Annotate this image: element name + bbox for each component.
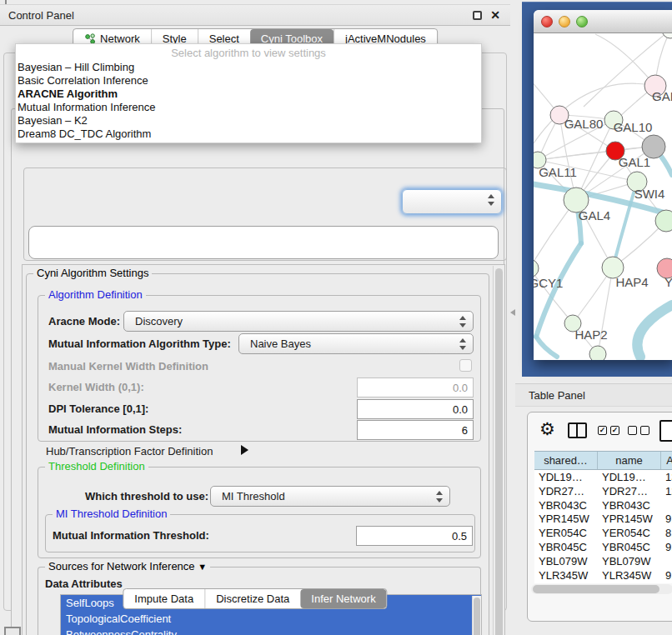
sources-legend: Sources for Network Inference ▼ <box>45 560 210 572</box>
table-cell: YBR045C <box>534 540 598 554</box>
table-row[interactable]: YPR145WYPR145W9. <box>534 512 672 526</box>
network-window-titlebar[interactable] <box>534 10 672 33</box>
tab-label: Discretize Data <box>216 592 289 605</box>
minimize-traffic-light-icon[interactable] <box>559 16 570 28</box>
settings-scrollpane: Cyni Algorithm Settings Algorithm Defini… <box>22 264 505 635</box>
attribute-item[interactable]: BetweennessCentrality <box>61 627 481 635</box>
column-header[interactable]: A <box>661 452 672 469</box>
algorithm-definition-legend: Algorithm Definition <box>45 288 146 301</box>
tab-infer-network[interactable]: Infer Network <box>300 589 386 608</box>
dropdown-item[interactable]: Basic Correlation Inference <box>16 74 481 88</box>
column-header[interactable]: shared… <box>534 452 598 469</box>
cyni-algorithm-settings-legend: Cyni Algorithm Settings <box>33 267 152 279</box>
hub-definition-label[interactable]: Hub/Transcription Factor Definition <box>46 445 213 458</box>
splitter-arrow-icon[interactable] <box>510 309 515 316</box>
network-node[interactable] <box>534 259 539 278</box>
table-cell: YBR043C <box>534 498 598 512</box>
table-row[interactable]: YBR045CYBR045C9. <box>534 540 672 554</box>
which-threshold-label: Which threshold to use: <box>85 490 208 502</box>
manual-kernel-checkbox[interactable] <box>459 359 472 372</box>
dropdown-item[interactable]: Dream8 DC_TDC Algorithm <box>16 128 481 141</box>
table-row[interactable]: YDL19…YDL19…13 <box>534 470 672 484</box>
tab-impute-data[interactable]: Impute Data <box>123 589 204 608</box>
close-traffic-light-icon[interactable] <box>541 16 553 28</box>
document-icon[interactable] <box>659 420 672 442</box>
network-node-label: HAP2 <box>574 328 607 342</box>
table-cell: YDL19… <box>534 470 598 484</box>
cyni-panel: Cyni Algorithm Settings Algorithm Defini… <box>11 108 504 635</box>
aracne-mode-combo[interactable]: Discovery <box>123 311 474 332</box>
table-cell: YBL079W <box>598 554 661 568</box>
dropdown-item[interactable]: Bayesian – K2 <box>16 114 481 128</box>
tab-label: Impute Data <box>134 592 193 605</box>
table-cell: YER054C <box>534 526 598 540</box>
columns-icon[interactable] <box>568 422 587 438</box>
network-node-label: GAL <box>652 89 672 103</box>
network-node-label: GCY1 <box>534 276 563 290</box>
table-cell: 12 <box>661 484 672 498</box>
algorithm-combo-partial[interactable] <box>402 189 502 214</box>
table-horizontal-scrollbar[interactable] <box>531 584 672 594</box>
unchecked-checkbox-icon[interactable] <box>640 426 649 435</box>
expand-right-icon[interactable] <box>241 444 248 457</box>
mi-threshold-group: MI Threshold Definition Mutual Informati… <box>45 514 475 552</box>
table-cell: 9. <box>661 568 672 582</box>
column-header[interactable]: name <box>598 452 661 469</box>
algorithm-definition-group: Algorithm Definition Aracne Mode: Discov… <box>38 295 481 442</box>
attribute-item[interactable]: TopologicalCoefficient <box>61 611 481 627</box>
gear-icon[interactable]: ⚙ <box>539 419 555 439</box>
table-panel-title: Table Panel <box>529 389 585 402</box>
network-node-label: GAL1 <box>619 155 650 169</box>
table-row[interactable]: YDR27…YDR27…12 <box>534 484 672 498</box>
close-icon[interactable]: ✕ <box>490 8 500 22</box>
table-row[interactable]: YIL052CYIL052C9 <box>534 582 672 583</box>
aracne-mode-value: Discovery <box>135 315 183 328</box>
mi-type-combo[interactable]: Naive Bayes <box>238 333 474 354</box>
dpi-tolerance-field[interactable]: 0.0 <box>357 399 474 419</box>
kernel-width-field[interactable]: 0.0 <box>357 378 474 398</box>
dropdown-item[interactable]: Mutual Information Inference <box>16 101 481 114</box>
combo-spinner-icon <box>488 194 494 206</box>
table-body[interactable]: YDL19…YDL19…13YDR27…YDR27…12YBR043CYBR04… <box>534 470 672 583</box>
combo-spinner-icon <box>459 316 466 328</box>
which-threshold-combo[interactable]: MI Threshold <box>210 486 450 507</box>
table-row[interactable]: YBL079WYBL079W <box>534 554 672 568</box>
network-edge-highlight <box>613 182 637 268</box>
table-cell <box>661 498 672 512</box>
table-cell: 9. <box>661 512 672 526</box>
network-node-label: GAL4 <box>579 208 610 222</box>
mi-type-label: Mutual Information Algorithm Type: <box>48 338 231 350</box>
table-row[interactable]: YBR043CYBR043C <box>534 498 672 512</box>
sources-legend-text: Sources for Network Inference <box>48 560 195 572</box>
dropdown-item[interactable]: ARACNE Algorithm <box>16 88 481 101</box>
table-cell: 9 <box>661 582 672 583</box>
mi-steps-field[interactable]: 6 <box>357 420 474 440</box>
network-edge <box>595 34 655 86</box>
control-panel-titlebar: Control Panel ✕ <box>0 4 510 26</box>
table-cell: YLR345W <box>534 568 598 582</box>
network-canvas[interactable]: GALGAL80GAL10GAL1GAL11SWI4GAL4GCY1HAP4YH… <box>534 33 672 360</box>
kernel-width-label: Kernel Width (0,1): <box>48 381 144 393</box>
table-cell: YDR27… <box>598 484 661 498</box>
network-node-label: HAP4 <box>615 275 648 289</box>
aracne-mode-label: Aracne Mode: <box>48 315 120 328</box>
unchecked-checkbox-icon[interactable] <box>628 426 637 435</box>
checked-checkbox-icon[interactable]: ✓ <box>610 426 619 435</box>
table-cell: YIL052C <box>534 582 598 583</box>
dropdown-item[interactable]: Bayesian – Hill Climbing <box>16 61 481 74</box>
collapse-down-icon[interactable]: ▼ <box>198 562 207 572</box>
table-row[interactable]: YER054CYER054C8. <box>534 526 672 540</box>
network-node-label: GAL10 <box>614 120 653 134</box>
tab-discretize-data[interactable]: Discretize Data <box>204 589 300 608</box>
table-row[interactable]: YLR345WYLR345W9. <box>534 568 672 582</box>
threshold-definition-legend: Threshold Definition <box>45 460 148 472</box>
list-scrollbar[interactable] <box>472 596 481 635</box>
table-panel-window: ⚙ ✓ ✓ shared…nameA YDL19…YDL19…13YDR27…Y… <box>527 412 672 622</box>
float-icon[interactable] <box>473 11 482 20</box>
zoom-traffic-light-icon[interactable] <box>576 16 588 28</box>
mi-threshold-field[interactable]: 0.5 <box>356 526 473 546</box>
network-node[interactable] <box>589 346 606 360</box>
network-graph[interactable]: GALGAL80GAL10GAL1GAL11SWI4GAL4GCY1HAP4YH… <box>534 33 672 360</box>
settings-vertical-scrollbar[interactable] <box>493 266 504 635</box>
checked-checkbox-icon[interactable]: ✓ <box>598 426 607 435</box>
